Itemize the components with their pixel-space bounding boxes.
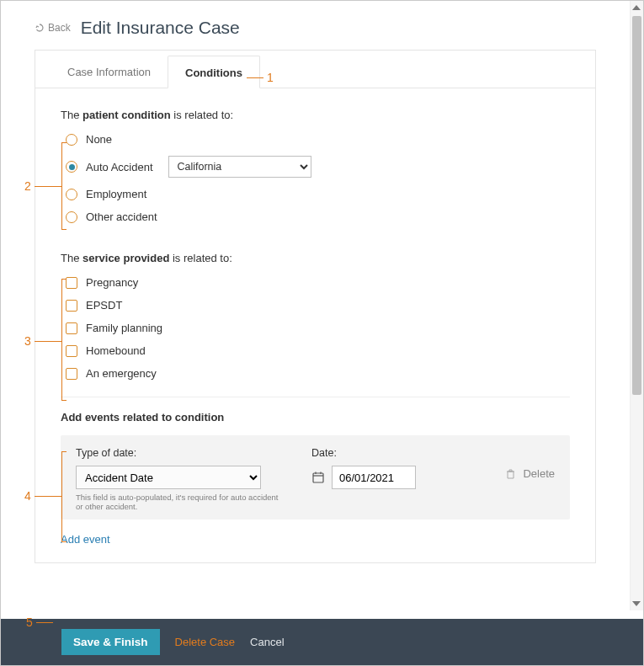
case-card: Case Information Conditions The patient … xyxy=(35,50,596,563)
date-input[interactable] xyxy=(332,466,416,489)
radio-employment-label: Employment xyxy=(86,188,146,200)
check-family-planning-label: Family planning xyxy=(86,322,162,334)
event-block: Type of date: Accident Date This field i… xyxy=(61,435,570,519)
check-pregnancy[interactable] xyxy=(66,277,77,289)
check-epsdt[interactable] xyxy=(66,300,77,312)
tab-case-information[interactable]: Case Information xyxy=(51,56,168,88)
type-hint: This field is auto-populated, it's requi… xyxy=(76,493,286,511)
radio-auto-accident[interactable] xyxy=(66,161,77,173)
radio-auto-accident-label: Auto Accident xyxy=(86,161,153,173)
patient-condition-prompt: The patient condition is related to: xyxy=(61,109,570,121)
delete-event-link[interactable]: Delete xyxy=(523,467,555,480)
footer-bar: Save & Finish Delete Case Cancel xyxy=(1,619,643,665)
scrollbar[interactable] xyxy=(630,1,643,610)
check-homebound-label: Homebound xyxy=(86,344,146,357)
scroll-thumb[interactable] xyxy=(632,16,641,395)
type-of-date-select[interactable]: Accident Date xyxy=(76,466,261,489)
back-link[interactable]: Back xyxy=(35,22,71,34)
trash-icon xyxy=(505,468,516,479)
delete-case-link[interactable]: Delete Case xyxy=(175,636,236,648)
radio-none-label: None xyxy=(86,133,112,146)
scroll-up-icon xyxy=(632,5,641,10)
check-emergency[interactable] xyxy=(66,368,77,380)
tabs: Case Information Conditions xyxy=(35,51,595,88)
radio-other-accident-label: Other accident xyxy=(86,210,157,223)
radio-other-accident[interactable] xyxy=(66,211,77,223)
check-homebound[interactable] xyxy=(66,345,77,357)
undo-icon xyxy=(35,23,45,33)
date-label: Date: xyxy=(311,447,463,459)
state-select[interactable]: California xyxy=(168,156,311,178)
back-label: Back xyxy=(48,22,71,34)
scroll-down-icon xyxy=(632,601,641,606)
save-finish-button[interactable]: Save & Finish xyxy=(61,629,160,655)
tab-conditions[interactable]: Conditions xyxy=(168,56,260,88)
add-event-link[interactable]: Add event xyxy=(61,533,110,546)
svg-rect-0 xyxy=(313,473,323,482)
check-epsdt-label: EPSDT xyxy=(86,299,122,312)
section-divider xyxy=(61,397,570,397)
cancel-link[interactable]: Cancel xyxy=(250,636,284,648)
page-title: Edit Insurance Case xyxy=(81,18,240,38)
events-heading: Add events related to condition xyxy=(61,411,570,424)
service-provided-prompt: The service provided is related to: xyxy=(61,252,570,264)
radio-employment[interactable] xyxy=(66,189,77,200)
check-emergency-label: An emergency xyxy=(86,367,157,380)
radio-none[interactable] xyxy=(66,134,77,146)
check-family-planning[interactable] xyxy=(66,322,77,334)
check-pregnancy-label: Pregnancy xyxy=(86,276,138,289)
calendar-icon xyxy=(311,471,325,484)
type-of-date-label: Type of date: xyxy=(76,447,286,459)
